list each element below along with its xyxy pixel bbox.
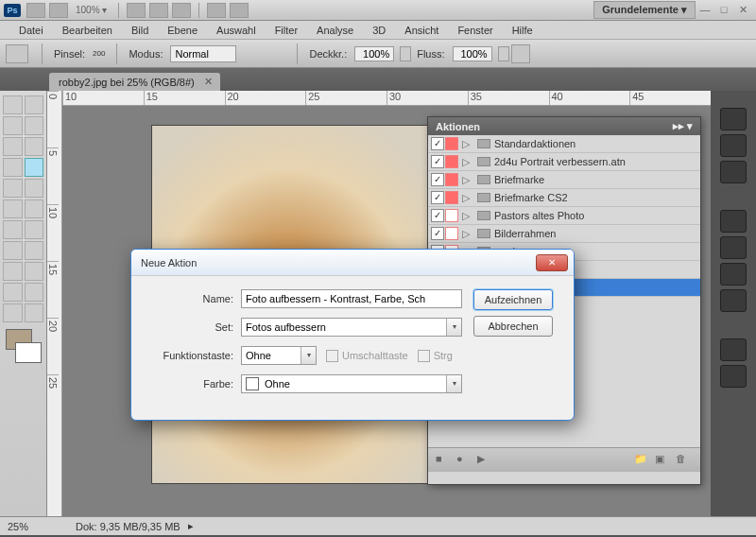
hand-tool[interactable] (3, 303, 23, 322)
flow-input[interactable]: 100% (453, 46, 492, 61)
dialog-toggle[interactable] (445, 155, 458, 168)
airbrush-icon[interactable] (511, 44, 530, 63)
dialog-close-button[interactable]: ✕ (536, 254, 568, 271)
menu-ansicht[interactable]: Ansicht (395, 23, 448, 38)
zoom-tool[interactable] (25, 303, 44, 322)
arrange-icon[interactable] (207, 3, 226, 18)
action-row[interactable]: ▷ Standardaktionen (428, 135, 700, 153)
bridge-icon[interactable] (26, 3, 45, 18)
masks-panel-icon[interactable] (720, 236, 747, 259)
expand-icon[interactable]: ▷ (462, 228, 472, 240)
screen-mode-icon[interactable] (230, 3, 249, 18)
expand-icon[interactable]: ▷ (462, 210, 472, 222)
tab-close-icon[interactable]: ✕ (204, 76, 213, 88)
background-color[interactable] (15, 342, 42, 363)
wand-tool[interactable] (25, 116, 44, 135)
tool-preset-icon[interactable] (6, 44, 28, 63)
mode-dropdown[interactable]: Normal (170, 45, 236, 62)
workspace-switcher[interactable]: Grundelemente ▾ (593, 1, 696, 19)
opacity-flyout[interactable] (400, 46, 411, 61)
menu-bearbeiten[interactable]: Bearbeiten (53, 23, 122, 38)
brush-tool[interactable] (25, 158, 44, 177)
flow-flyout[interactable] (498, 46, 509, 61)
menu-auswahl[interactable]: Auswahl (207, 23, 266, 38)
swatches-panel-icon[interactable] (720, 134, 747, 157)
history-brush-tool[interactable] (25, 179, 44, 198)
dialog-titlebar[interactable]: Neue Aktion ✕ (131, 250, 574, 276)
status-doc-info[interactable]: Dok: 9,35 MB/9,35 MB (76, 521, 180, 532)
dialog-toggle[interactable] (445, 209, 458, 222)
styles-panel-icon[interactable] (720, 161, 747, 183)
gradient-tool[interactable] (25, 199, 44, 218)
expand-icon[interactable]: ▷ (462, 192, 472, 204)
shift-checkbox[interactable] (326, 350, 338, 362)
channels-panel-icon[interactable] (720, 365, 747, 388)
lasso-tool[interactable] (3, 116, 23, 135)
3d-camera-tool[interactable] (25, 283, 44, 302)
rotate-icon[interactable] (172, 3, 191, 18)
fkey-dropdown[interactable]: Ohne▾ (241, 346, 317, 365)
toggle-checkbox[interactable] (431, 173, 444, 186)
toggle-checkbox[interactable] (431, 209, 444, 222)
action-row[interactable]: ▷ 2d4u Portrait verbessern.atn (428, 153, 700, 171)
crop-tool[interactable] (3, 137, 23, 156)
menu-fenster[interactable]: Fenster (448, 23, 502, 38)
dialog-toggle[interactable] (445, 173, 458, 186)
navigator-panel-icon[interactable] (720, 263, 747, 286)
eraser-tool[interactable] (3, 199, 23, 218)
cancel-button[interactable]: Abbrechen (473, 316, 553, 337)
color-dropdown[interactable]: Ohne▾ (241, 374, 462, 393)
toggle-checkbox[interactable] (431, 155, 444, 168)
info-panel-icon[interactable] (720, 289, 747, 312)
actions-panel-header[interactable]: Aktionen ▸▸ ▾ (428, 117, 700, 135)
expand-icon[interactable]: ▷ (462, 174, 472, 186)
play-icon[interactable]: ▶ (477, 453, 494, 468)
opacity-input[interactable]: 100% (354, 46, 394, 61)
action-row[interactable]: ▷ Briefmarke CS2 (428, 189, 700, 207)
dodge-tool[interactable] (25, 220, 44, 239)
toggle-checkbox[interactable] (431, 191, 444, 204)
shape-tool[interactable] (25, 262, 44, 281)
action-row[interactable]: ▷ Briefmarke (428, 171, 700, 189)
eyedropper-tool[interactable] (25, 137, 44, 156)
action-name-input[interactable] (241, 289, 462, 308)
color-panel-icon[interactable] (720, 108, 747, 130)
3d-tool[interactable] (3, 283, 23, 302)
stop-icon[interactable]: ■ (436, 453, 453, 468)
zoom-icon[interactable] (149, 3, 168, 18)
menu-bild[interactable]: Bild (122, 23, 158, 38)
record-icon[interactable]: ● (456, 453, 473, 468)
heal-tool[interactable] (3, 158, 23, 177)
menu-filter[interactable]: Filter (266, 23, 307, 38)
menu-datei[interactable]: Datei (9, 23, 53, 38)
marquee-tool[interactable] (25, 95, 44, 114)
menu-hilfe[interactable]: Hilfe (503, 23, 542, 38)
menu-ebene[interactable]: Ebene (158, 23, 207, 38)
action-row[interactable]: ▷ Pastors altes Photo (428, 207, 700, 225)
move-tool[interactable] (3, 95, 23, 114)
expand-icon[interactable]: ▷ (462, 156, 472, 168)
document-tab[interactable]: robby2.jpg bei 25% (RGB/8#) ✕ (49, 73, 220, 91)
preview-icon[interactable] (49, 3, 68, 18)
dialog-toggle[interactable] (445, 137, 458, 150)
toggle-checkbox[interactable] (431, 137, 444, 150)
close-button[interactable]: ✕ (735, 4, 750, 17)
ctrl-checkbox[interactable] (418, 350, 430, 362)
maximize-button[interactable]: □ (716, 4, 731, 17)
panel-menu-icon[interactable]: ▸▸ ▾ (673, 120, 693, 132)
brush-size[interactable]: 200 (93, 49, 105, 58)
toggle-checkbox[interactable] (431, 227, 444, 240)
pen-tool[interactable] (3, 241, 23, 260)
expand-icon[interactable]: ▷ (462, 138, 472, 150)
new-set-icon[interactable]: 📁 (634, 453, 651, 468)
dialog-toggle[interactable] (445, 227, 458, 240)
zoom-level[interactable]: 100% ▾ (76, 5, 107, 15)
path-tool[interactable] (3, 262, 23, 281)
record-button[interactable]: Aufzeichnen (473, 289, 553, 310)
minimize-button[interactable]: — (697, 4, 713, 17)
layers-panel-icon[interactable] (720, 338, 747, 361)
status-zoom[interactable]: 25% (8, 521, 57, 532)
blur-tool[interactable] (3, 220, 23, 239)
stamp-tool[interactable] (3, 179, 23, 198)
hand-icon[interactable] (127, 3, 146, 18)
